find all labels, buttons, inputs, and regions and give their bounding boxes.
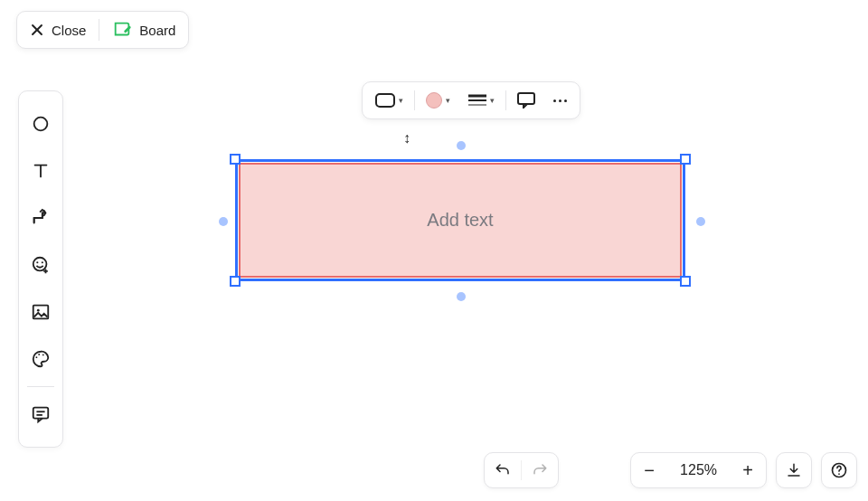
svg-point-3 xyxy=(42,261,43,263)
download-icon xyxy=(786,462,802,478)
stroke-style-button[interactable]: ▾ xyxy=(459,85,504,116)
selection-border xyxy=(235,159,685,281)
connection-point-top[interactable] xyxy=(457,141,466,150)
tool-pen[interactable] xyxy=(18,336,63,383)
svg-rect-12 xyxy=(376,94,394,107)
close-icon xyxy=(30,23,44,37)
tool-text[interactable] xyxy=(18,147,63,194)
board-button[interactable]: Board xyxy=(99,12,188,48)
download-pill xyxy=(776,452,812,488)
close-label: Close xyxy=(52,23,86,38)
redo-icon xyxy=(532,462,548,478)
resize-handle-tr[interactable] xyxy=(680,154,691,165)
zoom-in-button[interactable]: + xyxy=(730,452,766,488)
resize-handle-bl[interactable] xyxy=(230,276,241,287)
svg-point-0 xyxy=(34,118,48,131)
tool-emoji[interactable] xyxy=(18,241,63,288)
header-pill: Close Board xyxy=(16,11,189,49)
undo-icon xyxy=(495,462,511,478)
svg-rect-9 xyxy=(33,408,49,419)
undo-button[interactable] xyxy=(485,452,521,488)
zoom-out-button[interactable]: − xyxy=(631,452,667,488)
tool-shape[interactable] xyxy=(18,100,63,147)
svg-point-8 xyxy=(42,354,44,356)
svg-point-18 xyxy=(838,473,840,475)
svg-point-2 xyxy=(36,261,38,263)
redo-button[interactable] xyxy=(522,452,558,488)
help-button[interactable] xyxy=(822,452,856,488)
separator xyxy=(27,386,54,387)
chevron-down-icon: ▾ xyxy=(446,96,450,105)
comment-icon xyxy=(31,404,51,424)
stroke-icon xyxy=(468,94,486,107)
separator xyxy=(505,90,506,110)
palette-icon xyxy=(31,349,51,369)
text-icon xyxy=(31,161,51,181)
svg-rect-16 xyxy=(518,93,534,104)
resize-handle-br[interactable] xyxy=(680,276,691,287)
connection-point-left[interactable] xyxy=(219,217,228,226)
context-toolbar: ▾ ▾ ▾ xyxy=(362,81,580,119)
svg-point-6 xyxy=(36,356,38,358)
arrow-icon xyxy=(31,208,51,228)
svg-point-1 xyxy=(33,258,47,271)
svg-point-5 xyxy=(37,309,40,312)
tool-image[interactable] xyxy=(18,288,63,336)
resize-handle-tl[interactable] xyxy=(230,154,241,165)
board-label: Board xyxy=(139,23,175,38)
separator xyxy=(414,90,415,110)
selected-shape[interactable]: Add text xyxy=(235,159,685,281)
more-button[interactable] xyxy=(544,85,576,116)
history-pill xyxy=(484,452,559,488)
emoji-icon xyxy=(31,255,51,275)
tool-connector[interactable] xyxy=(18,194,63,241)
svg-point-7 xyxy=(38,354,40,355)
zoom-pill: − 125% + xyxy=(630,452,767,488)
rounded-rect-icon xyxy=(375,93,395,108)
help-pill xyxy=(821,452,857,488)
board-icon xyxy=(112,20,132,40)
comment-button[interactable] xyxy=(508,85,544,116)
connection-point-right[interactable] xyxy=(696,217,705,226)
chevron-down-icon: ▾ xyxy=(399,96,403,105)
tool-comment[interactable] xyxy=(18,391,63,438)
download-button[interactable] xyxy=(777,452,811,488)
shape-style-button[interactable]: ▾ xyxy=(366,85,412,116)
help-icon xyxy=(830,461,848,479)
close-button[interactable]: Close xyxy=(17,12,99,48)
zoom-level[interactable]: 125% xyxy=(667,462,730,478)
fill-swatch-icon xyxy=(426,92,442,109)
comment-icon xyxy=(517,92,535,109)
left-toolbar xyxy=(18,90,63,448)
image-icon xyxy=(31,302,51,322)
fill-color-button[interactable]: ▾ xyxy=(417,85,459,116)
circle-icon xyxy=(31,114,51,134)
more-icon xyxy=(553,99,567,102)
connection-point-bottom[interactable] xyxy=(457,292,466,301)
chevron-down-icon: ▾ xyxy=(490,96,495,105)
resize-cursor-icon: ↕ xyxy=(403,130,410,147)
